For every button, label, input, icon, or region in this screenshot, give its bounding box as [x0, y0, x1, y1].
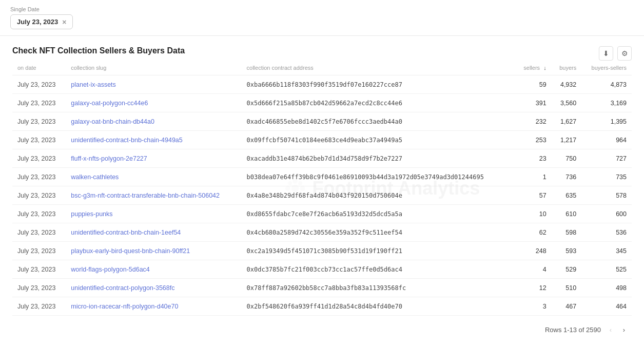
cell-sellers: 57	[515, 186, 552, 205]
cell-address: 0xacaddb31e4874b62beb7d1d34d758d9f7b2e72…	[242, 149, 515, 168]
cell-slug[interactable]: unidentified-contract-polygon-3568fc	[66, 279, 241, 297]
col-header-collection-slug: collection slug	[66, 61, 241, 75]
cell-address: 0x4a8e348b29df68fa4d874b043f920150d75060…	[242, 186, 515, 205]
table-row: July 23, 2023 puppies-punks 0xd8655fdabc…	[12, 205, 632, 223]
col-header-collection-contract-address: collection contract address	[242, 61, 515, 75]
cell-slug[interactable]: world-flags-polygon-5d6ac4	[66, 260, 241, 279]
collection-slug-link[interactable]: galaxy-oat-polygon-cc44e6	[71, 100, 148, 107]
cell-slug[interactable]: bsc-g3m-nft-contract-transferable-bnb-ch…	[66, 186, 241, 205]
cell-buyers-sellers: 345	[581, 242, 632, 260]
cell-buyers: 598	[552, 223, 582, 242]
table-row: July 23, 2023 micro-ion-racecar-nft-poly…	[12, 297, 632, 316]
cell-buyers-sellers: 498	[581, 279, 632, 297]
cell-slug[interactable]: planet-ix-assets	[66, 75, 241, 94]
table-row: July 23, 2023 playbux-early-bird-quest-b…	[12, 242, 632, 260]
cell-slug[interactable]: galaxy-oat-polygon-cc44e6	[66, 94, 241, 112]
collection-slug-link[interactable]: galaxy-oat-bnb-chain-db44a0	[71, 118, 154, 125]
date-filter-pill[interactable]: July 23, 2023 ×	[10, 14, 73, 29]
table-row: July 23, 2023 fluff-x-nfts-polygon-2e722…	[12, 149, 632, 168]
collection-slug-link[interactable]: fluff-x-nfts-polygon-2e7227	[71, 155, 147, 162]
cell-sellers: 4	[515, 260, 552, 279]
cell-slug[interactable]: unidentified-contract-bnb-chain-1eef54	[66, 223, 241, 242]
cell-date: July 23, 2023	[12, 75, 66, 94]
cell-slug[interactable]: fluff-x-nfts-polygon-2e7227	[66, 149, 241, 168]
cell-date: July 23, 2023	[12, 279, 66, 297]
cell-slug[interactable]: unidentified-contract-bnb-chain-4949a5	[66, 131, 241, 149]
cell-buyers: 529	[552, 260, 582, 279]
collection-slug-link[interactable]: unidentified-contract-bnb-chain-4949a5	[71, 137, 183, 144]
col-header-sellers[interactable]: sellers ↓	[515, 61, 552, 75]
download-button[interactable]: ⬇	[599, 46, 613, 61]
table-row: July 23, 2023 unidentified-contract-bnb-…	[12, 131, 632, 149]
cell-sellers: 248	[515, 242, 552, 260]
collection-slug-link[interactable]: puppies-punks	[71, 210, 112, 218]
cell-date: July 23, 2023	[12, 186, 66, 205]
cell-buyers-sellers: 578	[581, 186, 632, 205]
col-header-on-date: on date	[12, 61, 66, 75]
cell-address: 0xd8655fdabc7ce8e7f26acb6a5193d32d5dcd5a…	[242, 205, 515, 223]
cell-address: 0x2bf548620f6a939ff41d1d28a54c8d4b4fd40e…	[242, 297, 515, 316]
cell-slug[interactable]: puppies-punks	[66, 205, 241, 223]
cell-date: July 23, 2023	[12, 131, 66, 149]
cell-sellers: 232	[515, 112, 552, 131]
cell-date: July 23, 2023	[12, 205, 66, 223]
cell-slug[interactable]: galaxy-oat-bnb-chain-db44a0	[66, 112, 241, 131]
cell-date: July 23, 2023	[12, 297, 66, 316]
next-page-button[interactable]: ›	[618, 324, 630, 335]
collection-slug-link[interactable]: bsc-g3m-nft-contract-transferable-bnb-ch…	[71, 192, 220, 199]
table-row: July 23, 2023 galaxy-oat-bnb-chain-db44a…	[12, 112, 632, 131]
cell-sellers: 253	[515, 131, 552, 149]
cell-address: 0x4cb680a2589d742c30556e359a352f9c511eef…	[242, 223, 515, 242]
table-row: July 23, 2023 unidentified-contract-poly…	[12, 279, 632, 297]
data-table: on date collection slug collection contr…	[12, 61, 632, 316]
cell-buyers: 593	[552, 242, 582, 260]
cell-sellers: 23	[515, 149, 552, 168]
cell-address: 0x5d666f215a85b87cb042d59662a7ecd2c8cc44…	[242, 94, 515, 112]
chevron-left-icon: ‹	[610, 326, 612, 334]
table-row: July 23, 2023 walken-cathletes b038dea07…	[12, 168, 632, 186]
filter-label: Single Date	[10, 6, 634, 12]
table-row: July 23, 2023 planet-ix-assets 0xba6666b…	[12, 75, 632, 94]
collection-slug-link[interactable]: walken-cathletes	[71, 174, 119, 181]
cell-address: b038dea07e64ff39b8c9f0461e86910093b44d3a…	[242, 168, 515, 186]
cell-buyers-sellers: 536	[581, 223, 632, 242]
sellers-sort-icon: ↓	[543, 65, 547, 71]
pagination: Rows 1-13 of 2590 ‹ ›	[12, 316, 632, 337]
cell-buyers-sellers: 525	[581, 260, 632, 279]
pagination-info: Rows 1-13 of 2590	[545, 326, 601, 334]
collection-slug-link[interactable]: micro-ion-racecar-nft-polygon-d40e70	[71, 303, 178, 310]
download-icon: ⬇	[603, 49, 609, 57]
cell-buyers: 736	[552, 168, 582, 186]
cell-date: July 23, 2023	[12, 223, 66, 242]
collection-slug-link[interactable]: world-flags-polygon-5d6ac4	[71, 266, 150, 273]
cell-slug[interactable]: playbux-early-bird-quest-bnb-chain-90ff2…	[66, 242, 241, 260]
col-header-buyers-sellers: buyers-sellers	[581, 61, 632, 75]
table-title: Check NFT Collection Sellers & Buyers Da…	[12, 46, 185, 55]
cell-buyers-sellers: 3,169	[581, 94, 632, 112]
date-filter-close[interactable]: ×	[62, 18, 66, 26]
cell-date: July 23, 2023	[12, 260, 66, 279]
prev-page-button[interactable]: ‹	[605, 324, 616, 335]
cell-sellers: 10	[515, 205, 552, 223]
cell-buyers-sellers: 464	[581, 297, 632, 316]
cell-slug[interactable]: micro-ion-racecar-nft-polygon-d40e70	[66, 297, 241, 316]
cell-sellers: 62	[515, 223, 552, 242]
settings-button[interactable]: ⚙	[617, 46, 632, 61]
collection-slug-link[interactable]: playbux-early-bird-quest-bnb-chain-90ff2…	[71, 247, 190, 255]
collection-slug-link[interactable]: unidentified-contract-bnb-chain-1eef54	[71, 229, 181, 236]
cell-address: 0xc2a19349d5f451071c3085b90f531d19f190ff…	[242, 242, 515, 260]
collection-slug-link[interactable]: planet-ix-assets	[71, 81, 116, 88]
date-filter-value: July 23, 2023	[17, 18, 58, 26]
collection-slug-link[interactable]: unidentified-contract-polygon-3568fc	[71, 284, 174, 292]
cell-sellers: 391	[515, 94, 552, 112]
cell-buyers-sellers: 600	[581, 205, 632, 223]
cell-address: 0xadc466855ebe8d1402c5f7e6706fccc3aedb44…	[242, 112, 515, 131]
table-row: July 23, 2023 world-flags-polygon-5d6ac4…	[12, 260, 632, 279]
cell-buyers-sellers: 1,395	[581, 112, 632, 131]
cell-slug[interactable]: walken-cathletes	[66, 168, 241, 186]
cell-date: July 23, 2023	[12, 168, 66, 186]
table-row: July 23, 2023 unidentified-contract-bnb-…	[12, 223, 632, 242]
cell-buyers: 750	[552, 149, 582, 168]
cell-sellers: 1	[515, 168, 552, 186]
table-row: July 23, 2023 galaxy-oat-polygon-cc44e6 …	[12, 94, 632, 112]
